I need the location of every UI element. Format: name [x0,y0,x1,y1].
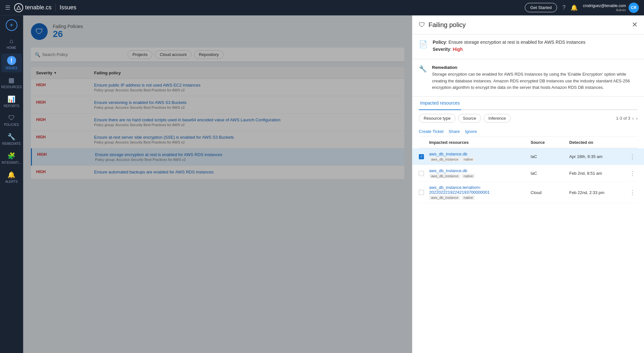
sidebar-item-reports[interactable]: 📊 REPORTS [1,93,22,110]
search-icon: 🔍 [35,52,40,57]
sidebar-item-resources[interactable]: ▦ RESOURCES [1,74,22,91]
policy-link[interactable]: Ensure versioning is enabled for AWS S3 … [94,100,399,105]
resource-tag: aws_db_instance [429,195,460,200]
notification-icon[interactable]: 🔔 [571,4,578,11]
action-links: Create Ticket Share Ignore [419,126,638,137]
row-more-button-3[interactable]: ⋮ [627,189,638,196]
policy-group: Policy group: Accurics Security Best Pra… [95,158,399,162]
sidebar-label-issues: ISSUES [5,66,17,70]
logo-text: tenable.cs [25,4,52,11]
policy-description: Ensure storage encryption at rest is ena… [448,40,585,45]
table-row[interactable]: HIGH Ensure there are no hard coded scri… [31,114,404,131]
search-input-wrap: 🔍 [35,52,125,57]
policy-link[interactable]: Ensure automated backups are enabled for… [94,170,399,174]
sidebar-item-remediate[interactable]: 🔧 REMEDIATE [1,130,22,148]
severity-badge: HIGH [36,170,94,175]
ir-table-header: Impacted resources Source Detected on [419,137,638,148]
sidebar-add-button[interactable]: + [6,19,17,31]
tabs-row: Impacted resources [419,97,638,110]
ignore-link[interactable]: Ignore [465,129,477,134]
table-header-row: Severity ▼ Failing policy [31,67,404,79]
sidebar: + ⌂ HOME ! ISSUES ▦ RESOURCES 📊 REPORTS … [0,15,23,353]
severity-text: Severity: High [433,47,585,52]
row-checkbox-1[interactable]: ✓ [419,154,424,159]
svg-marker-0 [17,6,21,9]
panel-shield-icon: 🛡 [419,21,425,29]
failing-policies-count: 26 [53,29,83,39]
resource-link-1[interactable]: aws_db_instance.db [429,152,531,156]
table-row[interactable]: HIGH Ensure versioning is enabled for AW… [31,96,404,114]
remediate-icon: 🔧 [7,133,15,141]
issues-icon: ! [7,56,16,65]
policy-link[interactable]: Ensure there are no hard coded scripts u… [94,117,399,122]
sidebar-item-integrations[interactable]: 🧩 INTEGRATI... [1,149,22,167]
logo-icon [14,3,23,12]
resource-tags-1: aws_db_instance native [429,157,531,162]
source-filter-button[interactable]: Source [458,114,481,123]
fp-info: Failing Policies 26 [53,24,83,39]
table-row[interactable]: HIGH Ensure at-rest server side encrypti… [31,131,404,148]
search-input[interactable] [42,52,107,57]
help-icon[interactable]: ? [562,4,565,11]
policy-link[interactable]: Ensure storage encryption at rest is ena… [95,152,399,157]
wrench-icon: 🔧 [419,65,427,91]
row-more-button-1[interactable]: ⋮ [627,153,638,160]
repository-filter-button[interactable]: Repository [194,50,224,59]
severity-column-header: Severity ▼ [36,70,94,75]
panel-close-button[interactable]: ✕ [632,21,638,29]
sidebar-item-home[interactable]: ⌂ HOME [1,35,22,52]
table-row[interactable]: HIGH Ensure storage encryption at rest i… [31,148,404,166]
resource-link-2[interactable]: aws_db_instance.db [429,168,531,173]
resource-link-3[interactable]: aws_db_instance.terraform-20220222192242… [429,185,531,195]
ir-row: aws_db_instance.terraform-20220222192242… [419,182,638,203]
pagination-prev-button[interactable]: ‹ [632,116,634,121]
policy-group: Policy group: Accurics Security Best Pra… [94,123,399,127]
reports-icon: 📊 [7,95,15,103]
pagination-text: 1-3 of 3 [616,116,630,121]
page-title-nav: Issues [60,4,76,11]
detected-on-1: Apr 18th, 9:35 am [569,154,627,159]
resource-tags-3: aws_db_instance native [429,195,531,200]
impacted-resources-column-header: Impacted resources [429,140,531,145]
issues-header: 🛡 Failing Policies 26 [31,23,404,40]
resource-tag: native [462,174,475,178]
row-checkbox-2[interactable] [419,171,424,176]
get-started-button[interactable]: Get Started [525,3,557,12]
resource-type-filter-button[interactable]: Resource type [419,114,456,123]
resource-tags-2: aws_db_instance native [429,174,531,178]
sidebar-item-issues[interactable]: ! ISSUES [1,53,22,72]
pagination-next-button[interactable]: › [636,116,638,121]
policy-link[interactable]: Ensure public IP address is not used AWS… [94,83,399,88]
main-layout: + ⌂ HOME ! ISSUES ▦ RESOURCES 📊 REPORTS … [0,15,644,353]
row-checkbox-3[interactable] [419,190,424,195]
navbar: ☰ tenable.cs Issues Get Started ? 🔔 crod… [0,0,644,15]
panel-policy-info: 📄 Policy: Ensure storage encryption at r… [412,34,644,59]
policies-icon: 🛡 [8,114,15,122]
remediation-text: Remediation: Storage encryption can be e… [432,64,638,91]
source-column-header: Source [531,140,569,145]
severity-value: High [453,47,463,52]
inference-filter-button[interactable]: Inference [484,114,511,123]
pagination: 1-3 of 3 ‹ › [616,116,638,121]
policy-link[interactable]: Ensure at-rest server side encryption (S… [94,135,399,140]
table-row[interactable]: HIGH Ensure public IP address is not use… [31,79,404,96]
resource-tag: aws_db_instance [429,174,460,178]
cloud-account-filter-button[interactable]: Cloud account [155,50,191,59]
table-row[interactable]: HIGH Ensure automated backups are enable… [31,166,404,179]
projects-filter-button[interactable]: Projects [128,50,152,59]
policy-group: Policy group: Accurics Security Best Pra… [94,88,399,92]
sidebar-item-policies[interactable]: 🛡 POLICIES [1,112,22,129]
sidebar-item-alerts[interactable]: 🔔 ALERTS [1,168,22,186]
tab-impacted-resources[interactable]: Impacted resources [419,97,461,110]
severity-badge: HIGH [36,117,94,127]
create-ticket-link[interactable]: Create Ticket [419,129,444,134]
row-more-button-2[interactable]: ⋮ [627,170,638,177]
panel-remediation: 🔧 Remediation: Storage encryption can be… [412,59,644,97]
nav-divider [55,4,56,12]
share-link[interactable]: Share [449,129,460,134]
ir-row: aws_db_instance.db aws_db_instance nativ… [419,165,638,182]
hamburger-icon[interactable]: ☰ [5,4,10,11]
policy-label: Policy [433,40,446,45]
panel-title: Failing policy [428,21,466,29]
user-avatar[interactable]: CR [629,3,639,13]
